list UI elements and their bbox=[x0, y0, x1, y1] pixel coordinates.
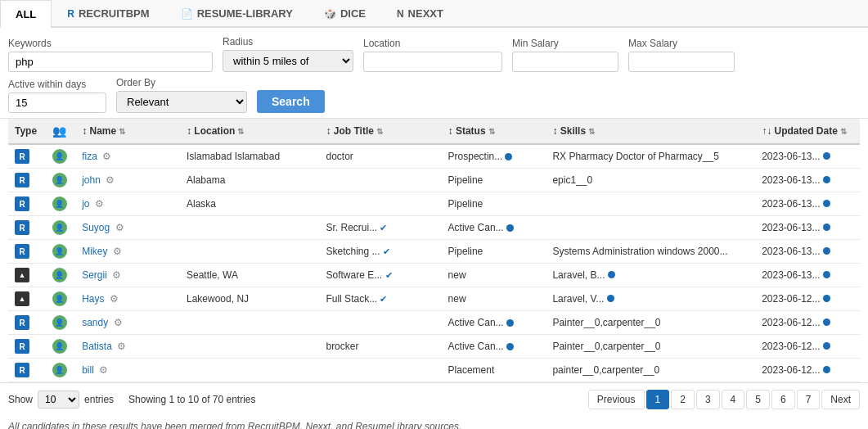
page-button-4[interactable]: 4 bbox=[722, 390, 745, 409]
gear-icon[interactable]: ⚙ bbox=[95, 198, 104, 210]
type-icon[interactable]: R bbox=[15, 220, 29, 235]
max-salary-input[interactable] bbox=[628, 52, 735, 72]
page-button-3[interactable]: 3 bbox=[696, 390, 720, 409]
tab-recruitbpm-label: RECRUITBPM bbox=[79, 7, 150, 20]
type-icon[interactable]: R bbox=[15, 173, 29, 187]
footer-note: All candidates in these results have bee… bbox=[0, 416, 868, 429]
search-button[interactable]: Search bbox=[257, 90, 325, 113]
type-icon[interactable]: R bbox=[15, 149, 29, 164]
col-header-jobtitle[interactable]: ↕ Job Title⇅ bbox=[319, 119, 441, 144]
avatar-icon[interactable]: 👤 bbox=[52, 173, 67, 187]
cell-skills: Painter__0,carpenter__0 bbox=[546, 311, 755, 335]
gear-icon[interactable]: ⚙ bbox=[102, 151, 111, 162]
avatar-icon[interactable]: 👤 bbox=[52, 339, 67, 354]
keywords-input[interactable] bbox=[8, 52, 213, 72]
cell-skills: Laravel, V... bbox=[546, 287, 755, 311]
cell-name: fiza ⚙ bbox=[75, 144, 180, 169]
col-header-updated[interactable]: ↑↓ Updated Date⇅ bbox=[755, 119, 860, 144]
gear-icon[interactable]: ⚙ bbox=[110, 293, 119, 305]
cell-location: Lakewood, NJ bbox=[180, 287, 319, 311]
type-icon[interactable]: R bbox=[15, 339, 29, 354]
candidate-name-link[interactable]: bill bbox=[82, 364, 94, 376]
min-salary-input[interactable] bbox=[512, 52, 618, 72]
table-row: R👤Suyog ⚙Sr. Recrui... ✔Active Can...202… bbox=[8, 216, 860, 240]
tab-resume-library[interactable]: 📄 RESUME-LIBRARY bbox=[165, 0, 308, 26]
col-header-skills[interactable]: ↕ Skills⇅ bbox=[546, 119, 755, 144]
gear-icon[interactable]: ⚙ bbox=[117, 341, 126, 352]
tab-all[interactable]: ALL bbox=[0, 0, 52, 28]
gear-icon[interactable]: ⚙ bbox=[114, 317, 123, 328]
status-value: Prospectin... bbox=[448, 151, 540, 162]
col-header-name[interactable]: ↕ Name⇅ bbox=[75, 119, 180, 144]
gear-icon[interactable]: ⚙ bbox=[112, 269, 121, 281]
order-by-select[interactable]: Relevant Date Name bbox=[116, 91, 247, 113]
cell-skills: painter__0,carpenter__0 bbox=[546, 359, 755, 382]
candidate-name-link[interactable]: john bbox=[82, 174, 101, 186]
page-button-1[interactable]: 1 bbox=[646, 390, 670, 409]
avatar-icon[interactable]: 👤 bbox=[52, 363, 67, 377]
page-button-6[interactable]: 6 bbox=[771, 390, 795, 409]
previous-button[interactable]: Previous bbox=[588, 390, 645, 409]
col-header-status[interactable]: ↕ Status⇅ bbox=[442, 119, 546, 144]
gear-icon[interactable]: ⚙ bbox=[113, 246, 122, 257]
next-button[interactable]: Next bbox=[821, 390, 860, 409]
type-icon[interactable]: ▲ bbox=[15, 291, 29, 306]
avatar-icon[interactable]: 👤 bbox=[52, 268, 67, 282]
cell-jobtitle bbox=[319, 169, 441, 192]
type-icon[interactable]: ▲ bbox=[15, 268, 29, 282]
tab-nexxt[interactable]: N NEXXT bbox=[381, 0, 459, 26]
status-value: Active Can... bbox=[448, 341, 540, 352]
candidate-name-link[interactable]: Suyog bbox=[82, 222, 110, 233]
cell-location bbox=[180, 359, 319, 382]
gear-icon[interactable]: ⚙ bbox=[115, 222, 124, 233]
tab-recruitbpm[interactable]: R RECRUITBPM bbox=[52, 0, 164, 26]
gear-icon[interactable]: ⚙ bbox=[106, 174, 115, 186]
avatar-icon[interactable]: 👤 bbox=[52, 149, 67, 164]
avatar-icon[interactable]: 👤 bbox=[52, 291, 67, 306]
page-button-7[interactable]: 7 bbox=[797, 390, 821, 409]
cell-jobtitle bbox=[319, 359, 441, 382]
keywords-label: Keywords bbox=[8, 38, 213, 49]
cell-updated: 2023-06-13... bbox=[755, 264, 860, 287]
table-row: R👤jo ⚙AlaskaPipeline2023-06-13... bbox=[8, 192, 860, 216]
updated-dot bbox=[823, 200, 830, 207]
updated-text: 2023-06-12... bbox=[762, 341, 820, 352]
candidate-name-link[interactable]: fiza bbox=[82, 151, 97, 162]
tab-dice[interactable]: 🎲 DICE bbox=[308, 0, 381, 26]
avatar-icon[interactable]: 👤 bbox=[52, 244, 67, 259]
type-icon[interactable]: R bbox=[15, 196, 29, 211]
candidate-name-link[interactable]: Batista bbox=[82, 341, 112, 352]
avatar-icon[interactable]: 👤 bbox=[52, 220, 67, 235]
location-input[interactable] bbox=[363, 52, 502, 72]
cell-location bbox=[180, 311, 319, 335]
avatar-icon[interactable]: 👤 bbox=[52, 315, 67, 330]
type-icon[interactable]: R bbox=[15, 244, 29, 259]
type-icon[interactable]: R bbox=[15, 363, 29, 377]
cell-avatar: 👤 bbox=[46, 311, 75, 335]
cell-updated: 2023-06-12... bbox=[755, 359, 860, 382]
candidate-name-link[interactable]: Sergii bbox=[82, 269, 107, 281]
jobtitle-text: Software E... bbox=[326, 269, 382, 281]
page-button-2[interactable]: 2 bbox=[671, 390, 695, 409]
cell-status: Pipeline bbox=[442, 192, 546, 216]
active-days-input[interactable] bbox=[8, 93, 106, 113]
avatar-icon[interactable]: 👤 bbox=[52, 196, 67, 211]
max-salary-group: Max Salary bbox=[628, 38, 735, 72]
show-entries-select[interactable]: 10 25 50 100 bbox=[38, 391, 79, 409]
col-header-location[interactable]: ↕ Location⇅ bbox=[180, 119, 319, 144]
entries-label: entries bbox=[84, 394, 114, 405]
cell-status: Pipeline bbox=[442, 169, 546, 192]
status-text: Prospectin... bbox=[448, 151, 503, 162]
page-button-5[interactable]: 5 bbox=[746, 390, 770, 409]
gear-icon[interactable]: ⚙ bbox=[99, 364, 108, 376]
cell-type: R bbox=[8, 311, 46, 335]
col-header-type[interactable]: Type bbox=[8, 119, 46, 144]
candidate-name-link[interactable]: Hays bbox=[82, 293, 104, 305]
candidate-name-link[interactable]: sandy bbox=[82, 317, 108, 328]
candidate-name-link[interactable]: Mikey bbox=[82, 246, 107, 257]
cell-type: R bbox=[8, 144, 46, 169]
candidate-name-link[interactable]: jo bbox=[82, 198, 89, 210]
type-icon[interactable]: R bbox=[15, 315, 29, 330]
radius-select[interactable]: within 5 miles of within 10 miles of wit… bbox=[223, 50, 353, 72]
cell-jobtitle: brocker bbox=[319, 335, 441, 359]
